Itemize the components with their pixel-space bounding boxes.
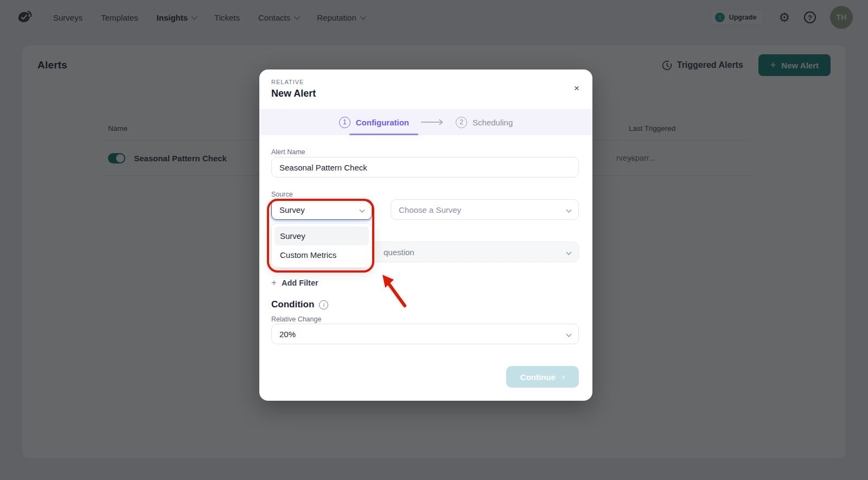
- step-number: 1: [339, 117, 350, 128]
- continue-button[interactable]: Continue ›: [506, 366, 579, 388]
- plus-icon: +: [271, 277, 277, 288]
- survey-placeholder: Choose a Survey: [399, 205, 461, 214]
- close-icon[interactable]: ×: [574, 84, 579, 93]
- source-dropdown-menu: Survey Custom Metrics: [271, 223, 372, 268]
- add-filter-label: Add Filter: [282, 279, 318, 287]
- annotation-arrow-icon: [373, 268, 417, 311]
- modal-title: New Alert: [271, 88, 316, 99]
- chevron-right-icon: ›: [562, 372, 565, 382]
- active-step-underline: [349, 134, 418, 135]
- arrow-right-icon: [420, 119, 445, 125]
- source-label: Source: [271, 191, 293, 198]
- new-alert-modal: RELATIVE New Alert × 1 Configuration 2 S…: [259, 70, 592, 401]
- condition-label: Condition: [271, 299, 314, 310]
- survey-select[interactable]: Choose a Survey: [391, 199, 579, 220]
- question-placeholder: question: [384, 248, 414, 257]
- step-label: Configuration: [356, 118, 409, 127]
- modal-eyebrow: RELATIVE: [271, 79, 304, 85]
- step-number: 2: [456, 117, 467, 128]
- relative-change-label: Relative Change: [271, 315, 321, 323]
- relative-change-select[interactable]: 20%: [271, 324, 579, 344]
- chevron-down-icon: [360, 207, 365, 212]
- relative-change-value: 20%: [279, 330, 296, 339]
- info-icon[interactable]: i: [319, 300, 328, 310]
- continue-label: Continue: [520, 372, 556, 382]
- add-filter-button[interactable]: + Add Filter: [271, 277, 318, 288]
- alert-name-value: Seasonal Pattern Check: [279, 163, 367, 172]
- alert-name-label: Alert Name: [271, 148, 305, 156]
- step-scheduling[interactable]: 2 Scheduling: [456, 117, 513, 128]
- dropdown-option-survey[interactable]: Survey: [275, 226, 369, 245]
- source-value: Survey: [279, 205, 305, 214]
- step-configuration[interactable]: 1 Configuration: [339, 117, 409, 128]
- chevron-down-icon: [566, 331, 572, 337]
- source-select[interactable]: Survey: [271, 199, 372, 220]
- alert-name-input[interactable]: Seasonal Pattern Check: [271, 157, 579, 178]
- chevron-down-icon: [566, 207, 572, 212]
- wizard-stepper: 1 Configuration 2 Scheduling: [259, 109, 592, 135]
- dropdown-option-custom-metrics[interactable]: Custom Metrics: [275, 245, 369, 264]
- chevron-down-icon: [566, 249, 572, 255]
- condition-section-header: Condition i: [271, 299, 328, 310]
- step-label: Scheduling: [473, 118, 513, 127]
